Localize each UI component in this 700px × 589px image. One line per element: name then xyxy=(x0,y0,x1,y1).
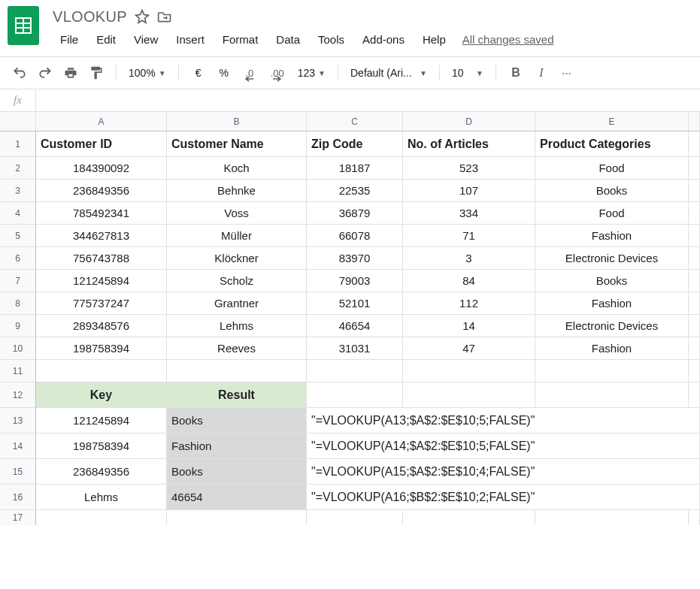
cell[interactable]: Electronic Devices xyxy=(535,315,689,337)
cell[interactable] xyxy=(167,360,307,382)
cell[interactable] xyxy=(689,510,700,525)
cell[interactable]: 52101 xyxy=(307,292,403,315)
cell[interactable] xyxy=(535,510,689,525)
cell[interactable] xyxy=(403,360,535,382)
cell[interactable] xyxy=(36,510,167,525)
cell[interactable]: 775737247 xyxy=(36,292,167,315)
cell[interactable]: Customer ID xyxy=(36,131,167,157)
cell[interactable]: "=VLOOKUP(A13;$A$2:$E$10;5;FALSE)" xyxy=(307,408,700,433)
cell[interactable] xyxy=(689,382,700,408)
cell[interactable]: Product Categories xyxy=(535,131,689,157)
cell[interactable] xyxy=(689,131,700,157)
menu-format[interactable]: Format xyxy=(215,30,266,49)
row-header[interactable]: 15 xyxy=(0,459,36,485)
cell[interactable]: "=VLOOKUP(A15;$A$2:$E$10;4;FALSE)" xyxy=(307,459,700,485)
zoom-select[interactable]: 100%▼ xyxy=(126,67,169,79)
menu-insert[interactable]: Insert xyxy=(168,30,212,49)
cell[interactable]: Result xyxy=(167,382,307,408)
cell[interactable]: 121245894 xyxy=(36,408,167,433)
cell[interactable]: Electronic Devices xyxy=(535,247,689,270)
move-folder-icon[interactable] xyxy=(157,9,172,24)
row-header[interactable]: 4 xyxy=(0,202,36,225)
col-header-C[interactable]: C xyxy=(307,112,403,131)
cell[interactable]: 344627813 xyxy=(36,225,167,247)
menu-view[interactable]: View xyxy=(126,30,165,49)
row-header[interactable]: 16 xyxy=(0,485,36,510)
cell[interactable] xyxy=(689,180,700,202)
cell[interactable]: Fashion xyxy=(535,225,689,247)
document-title[interactable]: VLOOKUP xyxy=(53,8,127,26)
cell[interactable] xyxy=(689,202,700,225)
cell[interactable] xyxy=(403,510,535,525)
cell[interactable]: Lehms xyxy=(36,485,167,510)
cell[interactable]: 112 xyxy=(403,292,535,315)
cell[interactable]: Books xyxy=(167,459,307,485)
cell[interactable]: Scholz xyxy=(167,270,307,292)
row-header[interactable]: 7 xyxy=(0,270,36,292)
menu-tools[interactable]: Tools xyxy=(311,30,352,49)
cell[interactable]: 236849356 xyxy=(36,180,167,202)
cell[interactable] xyxy=(689,315,700,337)
cell[interactable]: Klöckner xyxy=(167,247,307,270)
cell[interactable]: 785492341 xyxy=(36,202,167,225)
col-header-extra[interactable] xyxy=(689,112,700,131)
cell[interactable]: Food xyxy=(535,202,689,225)
menu-data[interactable]: Data xyxy=(268,30,308,49)
cell[interactable]: Reeves xyxy=(167,337,307,360)
col-header-A[interactable]: A xyxy=(36,112,167,131)
cell[interactable]: 107 xyxy=(403,180,535,202)
star-icon[interactable] xyxy=(135,9,150,24)
col-header-E[interactable]: E xyxy=(535,112,689,131)
cell[interactable]: 22535 xyxy=(307,180,403,202)
cell[interactable]: 31031 xyxy=(307,337,403,360)
spreadsheet-grid[interactable]: A B C D E 1 Customer ID Customer Name Zi… xyxy=(0,112,700,525)
cell[interactable]: Koch xyxy=(167,157,307,180)
cell[interactable]: 47 xyxy=(403,337,535,360)
cell[interactable] xyxy=(535,360,689,382)
cell[interactable]: Food xyxy=(535,157,689,180)
cell[interactable] xyxy=(689,292,700,315)
cell[interactable] xyxy=(689,270,700,292)
formula-input[interactable] xyxy=(36,89,700,111)
row-header[interactable]: 9 xyxy=(0,315,36,337)
cell[interactable] xyxy=(307,510,403,525)
cell[interactable]: Voss xyxy=(167,202,307,225)
cell[interactable] xyxy=(167,510,307,525)
decrease-decimal-button[interactable]: .0 xyxy=(239,62,260,83)
cell[interactable]: "=VLOOKUP(A14;$A$2:$E$10;5;FALSE)" xyxy=(307,433,700,459)
redo-icon[interactable] xyxy=(35,62,56,83)
format-currency-button[interactable]: € xyxy=(188,62,209,83)
bold-button[interactable]: B xyxy=(505,62,526,83)
save-status[interactable]: All changes saved xyxy=(462,33,554,46)
cell[interactable]: Fashion xyxy=(535,337,689,360)
menu-edit[interactable]: Edit xyxy=(89,30,123,49)
cell[interactable] xyxy=(535,382,689,408)
cell[interactable]: 18187 xyxy=(307,157,403,180)
row-header[interactable]: 10 xyxy=(0,337,36,360)
cell[interactable]: 523 xyxy=(403,157,535,180)
cell[interactable]: Fashion xyxy=(167,433,307,459)
row-header[interactable]: 14 xyxy=(0,433,36,459)
cell[interactable]: Fashion xyxy=(535,292,689,315)
cell[interactable] xyxy=(689,247,700,270)
cell[interactable]: 121245894 xyxy=(36,270,167,292)
row-header[interactable]: 3 xyxy=(0,180,36,202)
cell[interactable]: 83970 xyxy=(307,247,403,270)
row-header[interactable]: 6 xyxy=(0,247,36,270)
cell[interactable] xyxy=(689,157,700,180)
row-header[interactable]: 17 xyxy=(0,510,36,525)
cell[interactable]: 14 xyxy=(403,315,535,337)
cell[interactable] xyxy=(36,360,167,382)
cell[interactable]: Behnke xyxy=(167,180,307,202)
cell[interactable]: Books xyxy=(535,180,689,202)
italic-button[interactable]: I xyxy=(531,62,552,83)
cell[interactable] xyxy=(307,360,403,382)
undo-icon[interactable] xyxy=(9,62,30,83)
row-header[interactable]: 5 xyxy=(0,225,36,247)
cell[interactable]: 289348576 xyxy=(36,315,167,337)
menu-addons[interactable]: Add-ons xyxy=(355,30,412,49)
cell[interactable]: Lehms xyxy=(167,315,307,337)
cell[interactable]: 184390092 xyxy=(36,157,167,180)
row-header[interactable]: 12 xyxy=(0,382,36,408)
cell[interactable]: Key xyxy=(36,382,167,408)
